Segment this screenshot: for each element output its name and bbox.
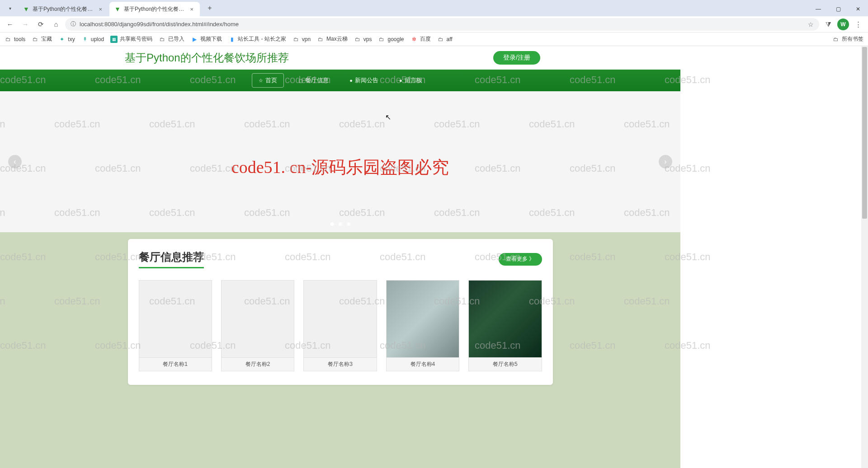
bookmark-item[interactable]: ✦txy	[58, 36, 75, 43]
scrollbar-thumb[interactable]	[862, 47, 867, 219]
extensions-icon[interactable]: ⧩	[822, 18, 835, 31]
forward-button[interactable]: →	[19, 18, 32, 31]
favicon-icon: ▼	[114, 5, 121, 13]
star-icon: ☆	[259, 78, 263, 84]
scrollbar-track[interactable]	[861, 46, 868, 468]
header-bar: 基于Python的个性化餐饮场所推荐 登录/注册	[0, 46, 680, 70]
all-bookmarks[interactable]: 🗀所有书签	[832, 35, 863, 43]
bookmark-item[interactable]: 🗀tools	[5, 36, 25, 43]
folder-icon: 🗀	[378, 36, 385, 43]
site-icon: ▮	[228, 36, 236, 43]
hero-banner: ‹ › code51. cn-源码乐园盗图必究	[0, 91, 680, 232]
browser-tab[interactable]: ▼ 基于Python的个性化餐饮场所 ×	[18, 2, 108, 16]
restaurant-name: 餐厅名称4	[387, 357, 459, 371]
tab-title: 基于Python的个性化餐饮场所	[33, 5, 97, 13]
address-bar[interactable]: ⓘ localhost:8080/django99sdi/front/dist/…	[65, 18, 819, 31]
bookmark-item[interactable]: ▮站长工具 - 站长之家	[228, 35, 286, 43]
restaurant-image	[222, 281, 294, 357]
site-icon: ▶	[191, 36, 198, 43]
tab-strip: ▾ ▼ 基于Python的个性化餐饮场所 × ▼ 基于Python的个性化餐饮场…	[0, 0, 868, 16]
site-icon: ✲	[410, 36, 418, 43]
close-tab-icon[interactable]: ×	[97, 6, 104, 13]
bookmark-item[interactable]: 🗀vpn	[292, 36, 311, 43]
folder-icon: 🗀	[437, 36, 444, 43]
carousel-dot[interactable]	[347, 222, 350, 226]
home-button[interactable]: ⌂	[50, 18, 62, 31]
dot-icon: ●	[399, 78, 402, 83]
restaurant-image	[139, 281, 212, 357]
folder-icon: 🗀	[317, 36, 324, 43]
bookmark-item[interactable]: 🗀已导入	[159, 35, 184, 43]
bookmark-item[interactable]: 🗀aff	[437, 36, 453, 43]
folder-icon: 🗀	[32, 36, 39, 43]
bookmark-item[interactable]: ↟uplod	[81, 36, 104, 43]
dot-icon: ●	[349, 78, 353, 83]
restaurant-name: 餐厅名称5	[469, 357, 541, 371]
bookmark-item[interactable]: ▶视频下载	[191, 35, 222, 43]
close-tab-icon[interactable]: ×	[188, 6, 195, 13]
box-icon: ▢	[298, 78, 303, 84]
favicon-icon: ▼	[23, 5, 30, 13]
restaurant-name: 餐厅名称1	[139, 357, 212, 371]
carousel-dot[interactable]	[330, 222, 334, 226]
restaurant-card[interactable]: 餐厅名称4	[386, 280, 459, 371]
restaurant-name: 餐厅名称2	[222, 357, 294, 371]
restaurant-image	[387, 281, 459, 357]
restaurant-card[interactable]: 餐厅名称3	[303, 280, 377, 371]
view-more-button[interactable]: 查看更多 》	[499, 253, 542, 266]
recommend-card: 餐厅信息推荐 查看更多 》 餐厅名称1 餐厅名称2 餐厅名称3 餐厅名称4 餐厅…	[128, 239, 553, 385]
profile-avatar[interactable]: W	[837, 19, 849, 30]
bookmark-star-icon[interactable]: ☆	[808, 21, 814, 28]
bookmark-item[interactable]: 🗀宝藏	[32, 35, 52, 43]
reload-button[interactable]: ⟳	[34, 18, 47, 31]
close-window-button[interactable]: ✕	[848, 2, 868, 16]
restaurant-image	[469, 281, 541, 357]
site-info-icon[interactable]: ⓘ	[71, 20, 76, 28]
bookmark-item[interactable]: 🗀google	[378, 36, 404, 43]
carousel-dots	[330, 222, 350, 226]
url-text: localhost:8080/django99sdi/front/dist/in…	[80, 21, 804, 28]
bookmark-item[interactable]: 🗀Max云梯	[317, 35, 348, 43]
back-button[interactable]: ←	[4, 18, 16, 31]
bookmarks-bar: 🗀tools 🗀宝藏 ✦txy ↟uplod ▦共享账号密码 🗀已导入 ▶视频下…	[0, 33, 868, 46]
folder-icon: 🗀	[832, 36, 840, 43]
bookmark-item[interactable]: ✲百度	[410, 35, 431, 43]
carousel-next-button[interactable]: ›	[659, 155, 672, 168]
nav-guestbook[interactable]: ●留言板	[393, 74, 429, 87]
carousel-dot[interactable]	[339, 222, 342, 226]
folder-icon: 🗀	[354, 36, 361, 43]
nav-home[interactable]: ☆首页	[252, 73, 284, 88]
nav-news[interactable]: ●新闻公告	[343, 74, 385, 87]
restaurant-name: 餐厅名称3	[304, 357, 376, 371]
tabs-dropdown[interactable]: ▾	[4, 2, 16, 14]
login-register-button[interactable]: 登录/注册	[493, 51, 540, 65]
banner-text: code51. cn-源码乐园盗图必究	[231, 156, 449, 179]
maximize-button[interactable]: ▢	[828, 2, 848, 16]
minimize-button[interactable]: —	[808, 2, 828, 16]
menu-icon[interactable]: ⋮	[852, 18, 864, 31]
restaurant-card[interactable]: 餐厅名称2	[221, 280, 294, 371]
folder-icon: 🗀	[5, 36, 12, 43]
site-icon: ✦	[58, 36, 66, 43]
site-icon: ▦	[110, 36, 118, 43]
restaurant-image	[304, 281, 376, 357]
nav-restaurant-info[interactable]: ▢餐厅信息	[292, 74, 335, 87]
restaurant-card[interactable]: 餐厅名称1	[139, 280, 212, 371]
bookmark-item[interactable]: ▦共享账号密码	[110, 35, 152, 43]
address-bar-row: ← → ⟳ ⌂ ⓘ localhost:8080/django99sdi/fro…	[0, 16, 868, 33]
section-title: 餐厅信息推荐	[139, 250, 204, 268]
site-title: 基于Python的个性化餐饮场所推荐	[125, 51, 289, 65]
carousel-prev-button[interactable]: ‹	[8, 155, 22, 168]
tab-title: 基于Python的个性化餐饮场所	[124, 5, 188, 13]
bookmark-item[interactable]: 🗀vps	[354, 36, 372, 43]
restaurant-card[interactable]: 餐厅名称5	[468, 280, 542, 371]
main-nav: ☆首页 ▢餐厅信息 ●新闻公告 ●留言板	[0, 70, 680, 91]
folder-icon: 🗀	[292, 36, 300, 43]
browser-tab[interactable]: ▼ 基于Python的个性化餐饮场所 ×	[109, 2, 200, 16]
folder-icon: 🗀	[159, 36, 166, 43]
site-icon: ↟	[81, 36, 89, 43]
new-tab-button[interactable]: +	[203, 2, 216, 14]
